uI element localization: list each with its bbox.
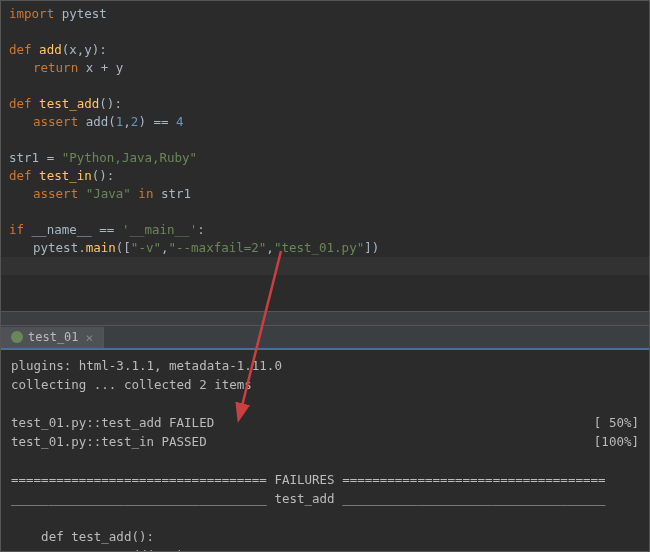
trace-line: def test_add(): xyxy=(11,527,639,546)
tab-label: test_01 xyxy=(28,330,79,344)
terminal-tab-bar: test_01 × xyxy=(1,326,649,350)
module-name: pytest xyxy=(54,6,107,21)
colon: : xyxy=(197,222,205,237)
string: "-v" xyxy=(131,240,161,255)
bracket: ]) xyxy=(364,240,379,255)
comma: , xyxy=(266,240,274,255)
test-result-pass: test_01.py::test_in PASSED xyxy=(11,434,207,449)
var: str1 = xyxy=(9,150,62,165)
keyword-assert: assert xyxy=(33,186,86,201)
string: "--maxfail=2" xyxy=(169,240,267,255)
keyword-def: def xyxy=(9,42,39,57)
progress-pct: [100%] xyxy=(594,432,639,451)
keyword-in: in xyxy=(131,186,161,201)
call: add( xyxy=(86,114,116,129)
number: 4 xyxy=(176,114,184,129)
plugins-line: plugins: html-3.1.1, metadata-1.11.0 xyxy=(11,356,639,375)
expr: x + y xyxy=(86,60,124,75)
function-call: main xyxy=(86,240,116,255)
string: "Python,Java,Ruby" xyxy=(62,150,197,165)
run-tab-test01[interactable]: test_01 × xyxy=(1,327,104,348)
keyword-def: def xyxy=(9,96,39,111)
params: (): xyxy=(99,96,122,111)
comma: , xyxy=(123,114,131,129)
trace-line: > assert add(1,2) == 4 xyxy=(11,546,639,552)
function-name: test_add xyxy=(39,96,99,111)
failures-header: ================================== FAILU… xyxy=(11,470,639,489)
test-header: __________________________________ test_… xyxy=(11,489,639,508)
terminal-output[interactable]: plugins: html-3.1.1, metadata-1.11.0 col… xyxy=(1,350,649,550)
collecting-line: collecting ... collected 2 items xyxy=(11,375,639,394)
op: ) == xyxy=(138,114,176,129)
keyword-def: def xyxy=(9,168,39,183)
obj: pytest. xyxy=(33,240,86,255)
function-name: add xyxy=(39,42,62,57)
string: "Java" xyxy=(86,186,131,201)
function-name: test_in xyxy=(39,168,92,183)
run-icon xyxy=(11,331,23,343)
keyword-assert: assert xyxy=(33,114,86,129)
string: "test_01.py" xyxy=(274,240,364,255)
params: (x,y): xyxy=(62,42,107,57)
progress-pct: [ 50%] xyxy=(594,413,639,432)
test-result-fail: test_01.py::test_add FAILED xyxy=(11,415,214,430)
panel-divider[interactable] xyxy=(1,311,649,326)
bracket: ([ xyxy=(116,240,131,255)
comma: , xyxy=(161,240,169,255)
keyword-import: import xyxy=(9,6,54,21)
keyword-if: if xyxy=(9,222,32,237)
var: str1 xyxy=(161,186,191,201)
op: == xyxy=(92,222,122,237)
cursor-line xyxy=(1,257,650,275)
params: (): xyxy=(92,168,115,183)
dunder-name: __name__ xyxy=(32,222,92,237)
code-editor[interactable]: import pytest def add(x,y): return x + y… xyxy=(1,1,649,311)
string: '__main__' xyxy=(122,222,197,237)
keyword-return: return xyxy=(33,60,86,75)
close-icon[interactable]: × xyxy=(86,330,94,345)
